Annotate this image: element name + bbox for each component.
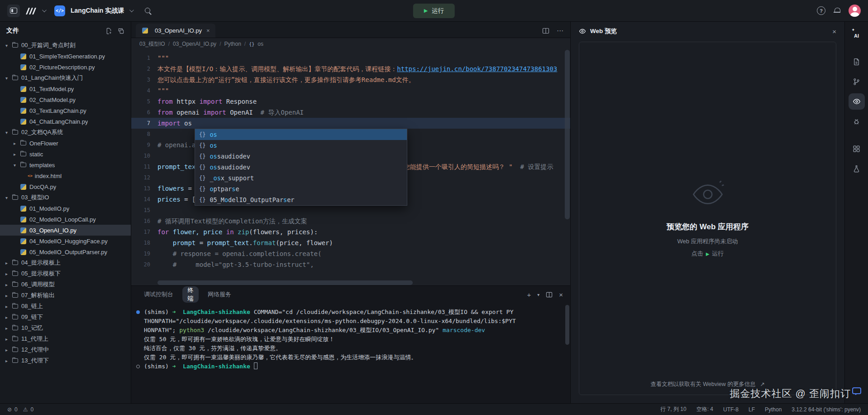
suggest-item[interactable]: {}ossaudiodev [195,162,407,173]
close-panel-icon[interactable]: × [559,291,563,299]
code-token [169,228,172,236]
suggest-item[interactable]: {}os [195,140,407,151]
collapse-all-icon[interactable] [118,28,124,34]
tree-item[interactable]: ▸06_调用模型 [0,279,131,290]
suggest-item[interactable]: {}_osx_support [195,173,407,183]
code-line[interactable]: 20 # model="gpt-3.5-turbo-instruct", [131,259,570,270]
tree-item[interactable]: ▸05_提示模板下 [0,268,131,279]
editor-vscrollbar[interactable] [565,50,570,219]
panel-tab[interactable]: 调试控制台 [138,288,179,301]
code-line[interactable]: 16# 循环调用Text模型的Completion方法，生成文案 [131,216,570,227]
status-item[interactable]: 行 7, 列 10 [660,405,686,413]
tree-item[interactable]: ▸08_链上 [0,301,131,312]
breadcrumb-item[interactable]: Python [224,41,241,47]
chevron-down-icon[interactable] [42,8,47,12]
git-branch-icon[interactable] [849,73,865,90]
code-line[interactable]: 1""" [131,53,570,63]
tree-item[interactable]: 03_OpenAI_IO.py [0,225,131,236]
file-search-icon[interactable] [849,53,865,70]
tree-item[interactable]: ▸07_解析输出 [0,290,131,301]
code-line[interactable]: 4""" [131,85,570,96]
code-token: = [196,239,207,246]
terminal-dropdown-icon[interactable]: ▾ [537,292,539,297]
marscode-logo-icon[interactable] [27,7,37,14]
tree-item[interactable]: ▾templates [0,159,131,170]
suggest-item[interactable]: {}05_ModelIO_OutputParser [195,194,407,205]
editor-tab[interactable]: 03_OpenAI_IO.py × [136,24,215,38]
tree-item[interactable]: 02_ChatModel.py [0,94,131,105]
breadcrumb-item[interactable]: 03_OpenAI_IO.py [173,41,216,47]
tree-item[interactable]: ▾03_模型IO [0,192,131,203]
bell-icon[interactable] [834,7,840,14]
tree-item[interactable]: 04_ModelIO_HuggingFace.py [0,236,131,246]
code-line[interactable]: 5from httpx import Response [131,96,570,107]
tree-item[interactable]: ▸OneFlower [0,138,131,149]
breadcrumb-item[interactable]: os [258,41,263,47]
chevron-down-icon[interactable] [129,8,134,12]
tree-item[interactable]: 01_SimpleTextGeneration.py [0,51,131,62]
close-tab-icon[interactable]: × [206,27,210,34]
search-icon[interactable] [144,7,152,14]
tree-item[interactable]: ▾00_开篇词_奇点时刻 [0,40,131,51]
tree-item[interactable]: ▸static [0,149,131,159]
status-item[interactable]: LF [749,406,755,413]
project-name[interactable]: LangChain 实战课 [71,7,124,15]
tree-item[interactable]: 03_TextLangChain.py [0,105,131,116]
tree-item[interactable]: 04_ChatLangChain.py [0,116,131,127]
ai-assistant-icon[interactable]: ✦ AI [849,26,865,43]
tree-item[interactable]: DocQA.py [0,181,131,192]
extensions-icon[interactable] [849,140,865,157]
tree-item[interactable]: 02_PictureDescription.py [0,62,131,72]
code-line[interactable]: 2本文件是【模型I/O：输入提示、调用模型、解析输出】章节的配套代码，课程链接：… [131,63,570,74]
web-preview-icon[interactable] [849,93,865,110]
tree-item[interactable]: 01_TextModel.py [0,83,131,94]
more-actions-icon[interactable]: ⋯ [557,27,564,35]
split-editor-icon[interactable] [542,27,549,34]
new-terminal-icon[interactable]: + [527,291,531,299]
status-item[interactable]: 3.12.2 64-bit ('shims': pyenv) [792,406,861,413]
new-file-icon[interactable] [105,28,112,34]
status-item[interactable]: 空格: 4 [696,405,713,413]
suggest-item[interactable]: {}ossaudiodev [195,151,407,162]
suggest-item[interactable]: {}optparse [195,183,407,194]
tree-item[interactable]: ▸09_链下 [0,312,131,323]
code-line[interactable]: 18 prompt = prompt_text.format(price, fl… [131,237,570,248]
status-item[interactable]: UTF-8 [723,406,739,413]
problems-indicator[interactable]: ⊘ 0 ⚠ 0 [7,406,33,413]
editor-hscrollbar[interactable] [157,280,413,285]
tree-item[interactable]: ▸11_代理上 [0,333,131,344]
panel-tab[interactable]: 网络服务 [202,288,237,301]
code-editor[interactable]: 1"""2本文件是【模型I/O：输入提示、调用模型、解析输出】章节的配套代码，课… [131,50,570,285]
code-line[interactable]: 6from openai import OpenAI # 导入OpenAI [131,107,570,118]
code-line[interactable]: 3您可以点击最上方的“运行”按钮，直接运行该文件，更多操作指引请参考Readme… [131,74,570,85]
code-line[interactable]: 17for flower, price in zip(flowers, pric… [131,227,570,237]
tree-item[interactable]: <>index.html [0,170,131,181]
webview-run-hint[interactable]: 点击 ▶ 运行 [667,250,749,258]
tree-item[interactable]: ▸10_记忆 [0,323,131,333]
code-line[interactable]: 15 [131,205,570,216]
help-icon[interactable]: ? [817,6,825,15]
terminal[interactable]: (shims) ➜ LangChain-shizhanke COMMAND="c… [131,303,570,403]
test-flask-icon[interactable] [849,160,865,177]
sidebar-toggle-button[interactable] [7,5,20,17]
tree-item[interactable]: ▾01_LangChain快速入门 [0,72,131,83]
breadcrumb-item[interactable]: 03_模型IO [139,40,165,48]
debug-icon[interactable] [849,113,865,130]
tree-item[interactable]: 05_ModelIO_OutputParser.py [0,246,131,257]
code-line[interactable]: 7import os [131,118,570,129]
tree-item[interactable]: 01_ModelIO.py [0,203,131,214]
tree-item[interactable]: ▸04_提示模板上 [0,257,131,268]
avatar[interactable] [849,5,861,17]
terminal-scrollbar[interactable] [565,305,569,345]
suggest-item[interactable]: {}os [195,129,407,140]
tree-item[interactable]: ▸12_代理中 [0,344,131,355]
tree-item[interactable]: 02_ModelIO_LoopCall.py [0,214,131,225]
close-icon[interactable]: × [832,28,836,35]
status-item[interactable]: Python [765,406,782,413]
split-panel-icon[interactable] [546,291,553,298]
tree-item[interactable]: ▾02_文档QA系统 [0,127,131,138]
tree-item[interactable]: ▸13_代理下 [0,355,131,366]
run-button[interactable]: ▶ 运行 [413,4,455,18]
code-line[interactable]: 19 # response = openai.completions.creat… [131,248,570,259]
panel-tab[interactable]: 终端 [182,286,199,303]
